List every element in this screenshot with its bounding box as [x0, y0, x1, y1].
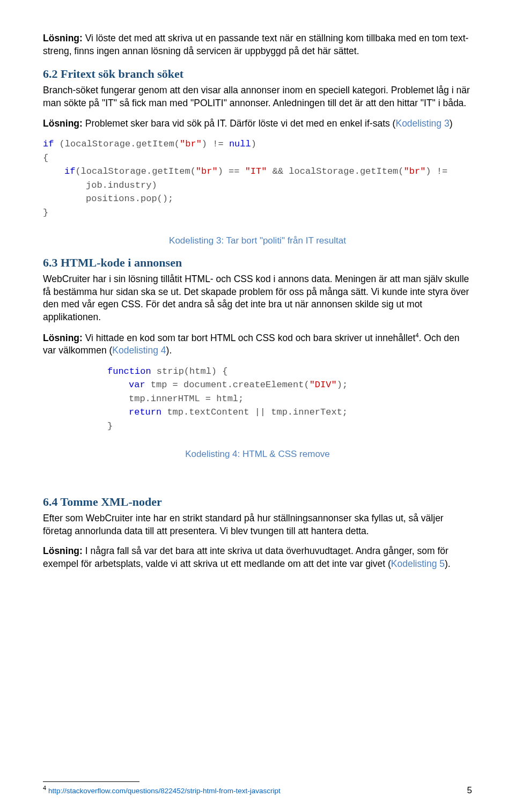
paragraph-6-2-body: Branch-söket fungerar genom att den visa… — [43, 84, 472, 109]
heading-number: 6.4 — [43, 495, 58, 508]
code-listing-4: function strip(html) { var tmp = documen… — [43, 365, 472, 433]
caption-kodelisting-4: Kodelisting 4: HTML & CSS remove — [43, 449, 472, 460]
paragraph-6-4-body: Efter som WebCruiter inte har en strikt … — [43, 512, 472, 537]
ref-kodelisting-5: Kodelisting 5 — [391, 558, 445, 569]
lead-bold: Lösning: — [43, 118, 83, 129]
heading-6-2: 6.2 Fritext sök branch söket — [43, 67, 472, 81]
footnote-area: 4 http://stackoverflow.com/questions/822… — [43, 781, 472, 796]
page-number: 5 — [467, 785, 472, 796]
paragraph-6-4-solution: Lösning: I några fall så var det bara at… — [43, 545, 472, 570]
paragraph-6-3-solution: Lösning: Vi hittade en kod som tar bort … — [43, 331, 472, 357]
lead-bold: Lösning: — [43, 332, 83, 343]
body-text: Vi löste det med att skriva ut en passan… — [43, 33, 468, 56]
footnote-link[interactable]: http://stackoverflow.com/questions/82245… — [48, 787, 281, 795]
caption-kodelisting-3: Kodelisting 3: Tar bort "politi" från IT… — [43, 235, 472, 246]
ref-kodelisting-3: Kodelisting 3 — [395, 118, 449, 129]
code-listing-3: if (localStorage.getItem("br") != null) … — [43, 137, 472, 219]
tail-text: ) — [450, 118, 453, 129]
paragraph-6-3-body: WebCruiter har i sin lösning tillåtit HT… — [43, 273, 472, 324]
paragraph-6-2-solution: Lösning: Problemet sker bara vid sök på … — [43, 117, 472, 130]
body-text: Problemet sker bara vid sök på IT. Därfö… — [83, 118, 396, 129]
footnote-4: 4 http://stackoverflow.com/questions/822… — [43, 784, 472, 796]
paragraph-solution-1: Lösning: Vi löste det med att skriva ut … — [43, 32, 472, 57]
heading-title: Fritext sök branch söket — [61, 67, 183, 80]
tail-text: ). — [445, 558, 451, 569]
heading-6-3: 6.3 HTML-kode i annonsen — [43, 256, 472, 270]
ref-kodelisting-4: Kodelisting 4 — [112, 345, 166, 356]
lead-bold: Lösning: — [43, 33, 83, 43]
heading-number: 6.2 — [43, 67, 58, 80]
footnote-number: 4 — [43, 785, 46, 791]
body-text: I några fall så var det bara att inte sk… — [43, 545, 448, 569]
lead-bold: Lösning: — [43, 545, 83, 556]
body-text-a: Vi hittade en kod som tar bort HTML och … — [83, 332, 416, 343]
footnote-rule — [43, 781, 139, 782]
document-page: Lösning: Vi löste det med att skriva ut … — [0, 0, 515, 812]
heading-6-4: 6.4 Tomme XML-noder — [43, 495, 472, 509]
heading-title: HTML-kode i annonsen — [61, 256, 182, 269]
tail-text: ). — [166, 345, 172, 356]
heading-title: Tomme XML-noder — [61, 495, 162, 508]
heading-number: 6.3 — [43, 256, 58, 269]
